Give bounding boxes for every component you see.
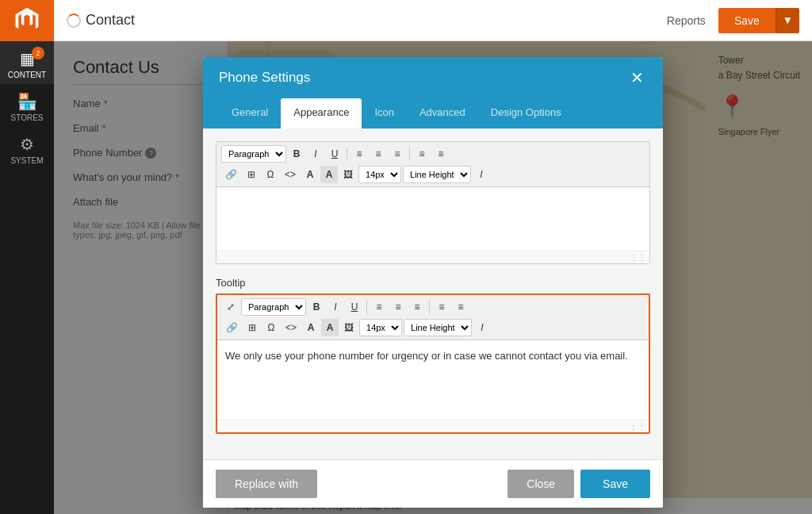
sidebar-item-content[interactable]: ▦ CONTENT 2 <box>0 41 54 84</box>
sidebar-item-label-stores: STORES <box>11 113 44 122</box>
code-btn-tooltip[interactable]: <> <box>282 319 301 336</box>
reports-button[interactable]: Reports <box>661 11 712 30</box>
bg-color-top[interactable]: A <box>320 166 338 183</box>
modal-title: Phone Settings <box>219 70 310 86</box>
clear-format-top[interactable]: Ι <box>473 166 490 183</box>
top-editor-section: Paragraph B I U ≡ ≡ ≡ ≡ <box>216 141 650 264</box>
align-right-top[interactable]: ≡ <box>389 145 406 163</box>
sidebar-item-stores[interactable]: 🏪 STORES <box>0 84 54 127</box>
modal-save-button[interactable]: Save <box>580 470 650 498</box>
align-left-top[interactable]: ≡ <box>350 145 368 163</box>
image-btn-tooltip[interactable]: 🖼 <box>340 319 358 336</box>
sidebar-item-label-content: CONTENT <box>8 71 46 79</box>
table-btn-tooltip[interactable]: ⊞ <box>243 319 261 336</box>
align-left-tooltip[interactable]: ≡ <box>370 298 388 316</box>
save-main-button[interactable]: Save <box>718 8 776 33</box>
line-height-tooltip[interactable]: Line Height <box>404 319 472 336</box>
tooltip-editor: ⤢ Paragraph B I U ≡ ≡ <box>216 293 650 434</box>
tab-advanced[interactable]: Advanced <box>407 98 478 128</box>
save-dropdown-button[interactable]: ▼ <box>776 8 799 33</box>
tooltip-toolbar: ⤢ Paragraph B I U ≡ ≡ <box>217 295 649 340</box>
align-center-top[interactable]: ≡ <box>370 145 387 163</box>
sep1-top <box>347 147 347 161</box>
magento-logo-icon <box>13 6 41 35</box>
font-color-top[interactable]: A <box>301 166 319 183</box>
underline-btn-top[interactable]: U <box>326 145 343 163</box>
italic-btn-tooltip[interactable]: I <box>327 298 344 316</box>
system-icon: ⚙ <box>20 135 34 154</box>
page-title-header: Contact <box>86 12 135 29</box>
modal-tabs: General Appearance Icon Advanced Design … <box>203 98 663 128</box>
omega-btn-top[interactable]: Ω <box>262 166 279 183</box>
underline-btn-tooltip[interactable]: U <box>346 298 363 316</box>
modal-footer-right-buttons: Close Save <box>508 470 650 498</box>
bold-btn-tooltip[interactable]: B <box>308 298 325 316</box>
top-editor-toolbar: Paragraph B I U ≡ ≡ ≡ ≡ <box>216 142 649 187</box>
stores-icon: 🏪 <box>17 92 37 111</box>
top-editor-content[interactable] <box>216 187 649 251</box>
sidebar: ▦ CONTENT 2 🏪 STORES ⚙ SYSTEM <box>0 0 54 514</box>
align-center-tooltip[interactable]: ≡ <box>389 298 407 316</box>
font-size-tooltip[interactable]: 14px <box>359 319 402 336</box>
tab-icon[interactable]: Icon <box>362 98 407 128</box>
tooltip-toolbar-row2: 🔗 ⊞ Ω <> A A 🖼 14px <box>222 319 644 336</box>
sidebar-item-system[interactable]: ⚙ SYSTEM <box>0 127 54 170</box>
sep1-tooltip <box>366 300 367 314</box>
list-ul-top[interactable]: ≡ <box>413 145 431 163</box>
sep2-top <box>409 147 410 161</box>
modal-body: Paragraph B I U ≡ ≡ ≡ ≡ <box>203 128 663 459</box>
link-btn-tooltip[interactable]: 🔗 <box>222 319 242 336</box>
replace-with-button[interactable]: Replace with <box>216 470 317 498</box>
list-ol-top[interactable]: ≡ <box>432 145 450 163</box>
phone-settings-modal: Phone Settings ✕ General Appearance Icon… <box>203 57 663 508</box>
modal-footer: Replace with Close Save <box>203 459 663 508</box>
tooltip-content[interactable]: We only use your phone number for urgenc… <box>217 340 649 420</box>
main-area: Contact Reports Save ▼ Contact Us <box>54 0 812 514</box>
tab-design-options[interactable]: Design Options <box>478 98 574 128</box>
format-select-tooltip[interactable]: Paragraph <box>241 298 306 316</box>
toolbar-row2-top: 🔗 ⊞ Ω <> A A 🖼 14px <box>221 166 645 183</box>
code-btn-top[interactable]: <> <box>281 166 300 183</box>
resize-dots-tooltip: ⋮⋮ <box>630 422 645 431</box>
chevron-down-icon: ▼ <box>783 14 793 26</box>
loading-spinner <box>67 13 81 28</box>
format-select-top[interactable]: Paragraph <box>221 145 286 163</box>
expand-btn-tooltip[interactable]: ⤢ <box>222 298 239 316</box>
omega-btn-tooltip[interactable]: Ω <box>262 319 280 336</box>
modal-header: Phone Settings ✕ <box>203 57 663 98</box>
font-size-top[interactable]: 14px <box>358 166 401 183</box>
align-right-tooltip[interactable]: ≡ <box>408 298 426 316</box>
tooltip-label: Tooltip <box>216 277 650 289</box>
modal-close-button[interactable]: ✕ <box>627 68 647 87</box>
bg-color-tooltip[interactable]: A <box>321 319 339 336</box>
tooltip-section: Tooltip ⤢ Paragraph B I <box>216 277 650 434</box>
list-ul-tooltip[interactable]: ≡ <box>433 298 450 316</box>
tooltip-resize: ⋮⋮ <box>217 420 649 432</box>
top-editor-resize: ⋮⋮ <box>216 251 649 263</box>
font-color-tooltip[interactable]: A <box>302 319 320 336</box>
list-ol-tooltip[interactable]: ≡ <box>452 298 469 316</box>
italic-btn-top[interactable]: I <box>307 145 324 163</box>
bold-btn-top[interactable]: B <box>288 145 305 163</box>
page-content: Contact Us Name * Email * <box>54 41 812 514</box>
line-height-top[interactable]: Line Height <box>403 166 471 183</box>
table-btn-top[interactable]: ⊞ <box>243 166 260 183</box>
sidebar-item-label-system: SYSTEM <box>10 156 43 165</box>
top-header: Contact Reports Save ▼ <box>54 0 812 41</box>
image-btn-top[interactable]: 🖼 <box>339 166 357 183</box>
sidebar-logo <box>0 0 54 41</box>
save-btn-group: Save ▼ <box>718 8 799 33</box>
clear-format-tooltip[interactable]: Ι <box>473 319 491 336</box>
link-btn-top[interactable]: 🔗 <box>221 166 241 183</box>
tab-general[interactable]: General <box>219 98 281 128</box>
content-badge: 2 <box>32 47 44 59</box>
header-title-group: Contact <box>67 12 135 29</box>
header-right-actions: Reports Save ▼ <box>661 8 799 33</box>
modal-backdrop: Phone Settings ✕ General Appearance Icon… <box>54 41 812 514</box>
tab-appearance[interactable]: Appearance <box>281 98 362 128</box>
sep2-tooltip <box>429 300 430 314</box>
close-button[interactable]: Close <box>508 470 574 498</box>
resize-dots-top: ⋮⋮ <box>630 253 646 262</box>
